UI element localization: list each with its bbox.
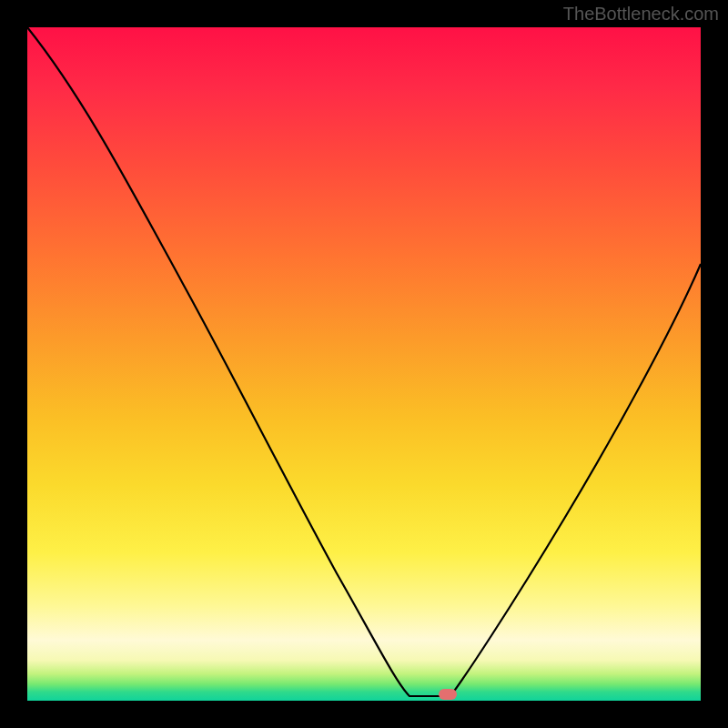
plot-area (27, 27, 701, 701)
chart-frame: TheBottleneck.com (0, 0, 728, 728)
watermark-text: TheBottleneck.com (563, 4, 719, 25)
bottleneck-curve (27, 27, 701, 701)
curve-path (27, 27, 701, 696)
optimal-marker (439, 689, 457, 700)
